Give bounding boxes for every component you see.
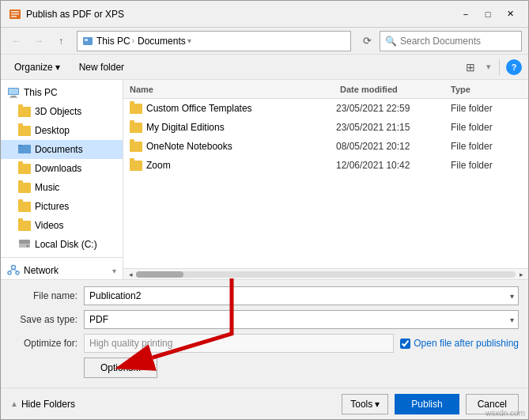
file-date: 23/05/2021 22:59: [336, 103, 447, 114]
bottom-form: File name: ▾ Save as type: PDF XPS Docum…: [1, 279, 528, 388]
sidebar: This PC 3D Objects Desktop Documents: [1, 80, 123, 279]
folder-icon-row: [130, 142, 142, 152]
sidebar-label-thispc: This PC: [24, 87, 58, 98]
open-after-label[interactable]: Open file after publishing: [400, 338, 519, 349]
breadcrumb[interactable]: This PC › Documents ▾: [77, 31, 351, 51]
svg-line-16: [9, 270, 13, 272]
file-name: Zoom: [146, 160, 332, 171]
up-button[interactable]: ↑: [51, 32, 70, 51]
file-list-area: Name Date modified Type Custom Office Te…: [123, 80, 528, 279]
sidebar-item-network[interactable]: Network ▾: [1, 261, 123, 279]
close-button[interactable]: ✕: [500, 7, 520, 21]
col-header-name[interactable]: Name: [130, 85, 340, 94]
new-folder-button[interactable]: New folder: [72, 58, 131, 77]
sidebar-label-3dobjects: 3D Objects: [35, 106, 81, 117]
sidebar-label-videos: Videos: [35, 220, 63, 231]
tools-button[interactable]: Tools ▾: [342, 394, 388, 414]
svg-rect-2: [11, 13, 19, 15]
folder-icon-documents: [18, 143, 31, 156]
computer-icon: [7, 86, 20, 99]
file-type: File folder: [451, 141, 522, 152]
sidebar-item-desktop[interactable]: Desktop: [1, 121, 123, 140]
back-button[interactable]: ←: [7, 32, 26, 51]
folder-icon-downloads: [18, 164, 31, 174]
svg-rect-7: [9, 89, 18, 94]
svg-rect-8: [11, 96, 16, 97]
breadcrumb-thispc[interactable]: This PC ›: [96, 36, 134, 47]
scroll-right-arrow[interactable]: ▸: [516, 269, 527, 280]
file-type: File folder: [451, 103, 522, 114]
search-box[interactable]: 🔍: [380, 31, 522, 51]
search-icon: 🔍: [385, 36, 397, 47]
breadcrumb-icon: [82, 36, 93, 47]
breadcrumb-documents[interactable]: Documents ▾: [138, 36, 191, 47]
folder-icon-row: [130, 104, 142, 114]
table-row[interactable]: Zoom 12/06/2021 10:42 File folder: [123, 156, 528, 175]
sidebar-item-3dobjects[interactable]: 3D Objects: [1, 102, 123, 121]
filename-input[interactable]: [84, 286, 519, 305]
file-name: My Digital Editions: [146, 122, 332, 133]
file-date: 12/06/2021 10:42: [336, 160, 447, 171]
col-header-date[interactable]: Date modified: [340, 85, 451, 94]
sidebar-label-network: Network: [24, 265, 59, 276]
sidebar-item-thispc[interactable]: This PC: [1, 83, 123, 102]
view-button[interactable]: ⊞: [461, 58, 480, 77]
cancel-button[interactable]: Cancel: [466, 394, 519, 414]
scroll-track[interactable]: [136, 271, 516, 278]
minimize-button[interactable]: −: [455, 7, 476, 21]
sidebar-item-documents[interactable]: Documents: [1, 140, 123, 159]
svg-point-12: [27, 245, 29, 248]
svg-point-15: [16, 271, 19, 274]
svg-line-17: [13, 270, 17, 272]
sidebar-label-localdisk: Local Disk (C:): [35, 239, 97, 250]
folder-icon-row: [130, 123, 142, 133]
svg-rect-5: [85, 39, 88, 41]
hide-folders-button[interactable]: Hide Folders: [21, 399, 75, 410]
folder-icon-pictures: [18, 202, 31, 212]
organize-button[interactable]: Organize ▾: [7, 58, 67, 77]
open-after-checkbox[interactable]: [400, 339, 410, 349]
help-button[interactable]: ?: [506, 59, 522, 75]
file-type: File folder: [451, 160, 522, 171]
sidebar-label-downloads: Downloads: [35, 163, 81, 174]
table-row[interactable]: OneNote Notebooks 08/05/2021 20:12 File …: [123, 137, 528, 156]
sidebar-label-documents: Documents: [35, 144, 83, 155]
search-input[interactable]: [400, 36, 519, 47]
scroll-left-arrow[interactable]: ◂: [125, 269, 136, 280]
forward-button[interactable]: →: [29, 32, 48, 51]
network-icon: [7, 264, 20, 277]
folder-icon-videos: [18, 221, 31, 231]
sidebar-item-localdisk[interactable]: Local Disk (C:): [1, 235, 123, 254]
scroll-thumb[interactable]: [136, 271, 183, 278]
folder-icon-music: [18, 183, 31, 193]
svg-rect-9: [9, 97, 17, 98]
sidebar-label-pictures: Pictures: [35, 201, 69, 212]
options-button[interactable]: Options...: [84, 358, 157, 378]
sidebar-item-downloads[interactable]: Downloads: [1, 159, 123, 178]
drive-icon: [18, 238, 31, 251]
svg-rect-1: [11, 11, 19, 13]
table-row[interactable]: My Digital Editions 23/05/2021 21:15 Fil…: [123, 118, 528, 137]
svg-point-13: [12, 266, 16, 270]
horizontal-scrollbar[interactable]: ◂ ▸: [123, 268, 528, 279]
sidebar-item-pictures[interactable]: Pictures: [1, 197, 123, 216]
folder-icon-desktop: [18, 126, 31, 136]
file-date: 23/05/2021 21:15: [336, 122, 447, 133]
publish-button[interactable]: Publish: [395, 394, 459, 414]
saveastype-select[interactable]: PDF XPS Document: [84, 310, 519, 329]
optimize-row: Optimize for: High quality printing Open…: [10, 334, 519, 353]
maximize-button[interactable]: □: [478, 7, 498, 21]
file-list: Custom Office Templates 23/05/2021 22:59…: [123, 99, 528, 268]
col-header-type[interactable]: Type: [451, 85, 522, 94]
sidebar-item-music[interactable]: Music: [1, 178, 123, 197]
organize-toolbar: Organize ▾ New folder ⊞ ▾ ?: [1, 55, 528, 80]
refresh-button[interactable]: ⟳: [357, 32, 376, 51]
hide-folders-area: ▲ Hide Folders: [10, 399, 335, 410]
sidebar-label-music: Music: [35, 182, 59, 193]
sidebar-item-videos[interactable]: Videos: [1, 216, 123, 235]
table-row[interactable]: Custom Office Templates 23/05/2021 22:59…: [123, 99, 528, 118]
dialog-icon: [9, 8, 21, 21]
filename-wrapper: ▾: [84, 286, 519, 305]
svg-rect-3: [11, 16, 17, 17]
folder-icon-row: [130, 161, 142, 171]
